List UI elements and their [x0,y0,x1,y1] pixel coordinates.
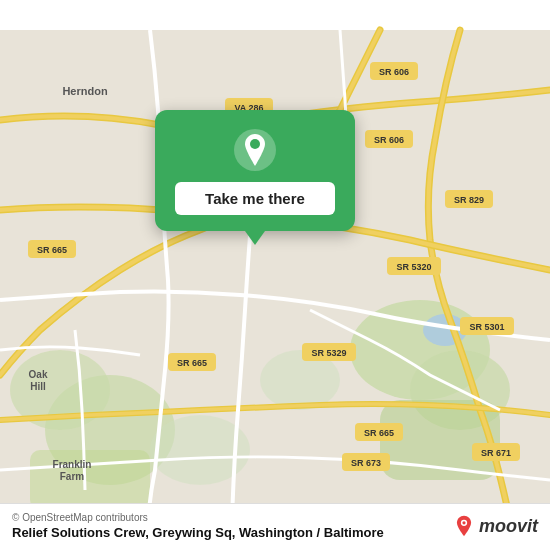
map-attribution: © OpenStreetMap contributors [12,512,384,523]
svg-text:SR 671: SR 671 [481,448,511,458]
svg-text:Hill: Hill [30,381,46,392]
svg-text:SR 673: SR 673 [351,458,381,468]
svg-text:SR 829: SR 829 [454,195,484,205]
moovit-pin-icon [453,515,475,537]
svg-text:SR 665: SR 665 [364,428,394,438]
svg-text:SR 606: SR 606 [374,135,404,145]
location-name: Relief Solutions Crew, Greywing Sq, Wash… [12,525,384,540]
svg-point-40 [250,139,260,149]
map-container: SR 606 SR 606 SR 829 VA 286 SR 665 SR 66… [0,0,550,550]
svg-text:SR 5301: SR 5301 [469,322,504,332]
svg-text:Herndon: Herndon [62,85,108,97]
svg-text:SR 606: SR 606 [379,67,409,77]
bottom-left: © OpenStreetMap contributors Relief Solu… [12,512,384,540]
svg-text:SR 665: SR 665 [177,358,207,368]
svg-text:SR 665: SR 665 [37,245,67,255]
bottom-bar: © OpenStreetMap contributors Relief Solu… [0,503,550,550]
svg-text:SR 5320: SR 5320 [396,262,431,272]
svg-text:Franklin: Franklin [53,459,92,470]
svg-point-42 [462,521,465,524]
moovit-brand-text: moovit [479,516,538,537]
svg-text:Oak: Oak [29,369,48,380]
location-pin-icon [233,128,277,172]
moovit-logo: moovit [453,515,538,537]
svg-text:SR 5329: SR 5329 [311,348,346,358]
popup-card: Take me there [155,110,355,231]
take-me-there-button[interactable]: Take me there [175,182,335,215]
svg-text:Farm: Farm [60,471,85,482]
